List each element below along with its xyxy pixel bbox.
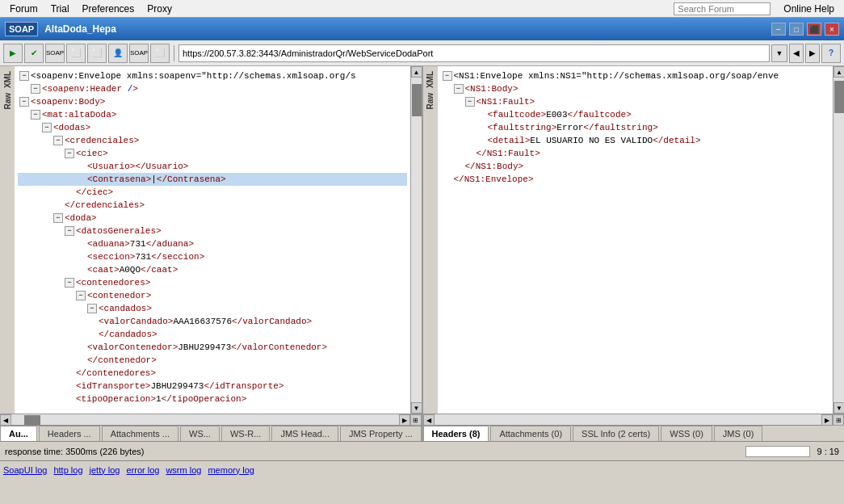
xml-toggle[interactable]: − — [53, 136, 63, 145]
right-tab-headers8[interactable]: Headers (8) — [423, 426, 489, 441]
left-tab-jmshead[interactable]: JMS Head... — [271, 426, 338, 441]
close-button[interactable]: × — [825, 23, 839, 36]
log-tab-memorylog[interactable]: memory log — [208, 465, 254, 475]
left-tab-au[interactable]: Au... — [0, 426, 37, 441]
xml-toggle[interactable]: − — [19, 71, 29, 81]
xml-toggle[interactable]: − — [31, 110, 40, 120]
restore-button[interactable]: □ — [789, 23, 804, 36]
menu-forum[interactable]: Forum — [3, 2, 44, 16]
left-tab-ws[interactable]: WS... — [180, 426, 220, 441]
search-input[interactable] — [674, 2, 771, 15]
menu-preferences[interactable]: Preferences — [76, 2, 141, 16]
xml-content-text: <valorContenedor>JBHU299473</valorConten… — [87, 342, 327, 352]
left-side-labels: XML Raw — [0, 66, 15, 414]
log-tab-errorlog[interactable]: error log — [126, 465, 159, 475]
xml-toggle[interactable]: − — [443, 71, 452, 81]
xml-toggle[interactable]: − — [65, 149, 74, 158]
xml-toggle[interactable]: − — [19, 97, 29, 107]
toolbar-btn-8[interactable]: ⬜ — [150, 44, 170, 63]
toolbar-btn-7[interactable]: SOAP — [129, 44, 149, 63]
right-tab-wss0[interactable]: WSS (0) — [661, 426, 712, 441]
left-xml-content[interactable]: −<soapenv:Envelope xmlns:soapenv="http:/… — [15, 66, 410, 414]
xml-content-text: </ciec> — [76, 187, 113, 197]
right-tab-sslinfo2certs[interactable]: SSL Info (2 certs) — [573, 426, 659, 441]
menu-proxy[interactable]: Proxy — [141, 2, 178, 16]
right-scroll-up[interactable]: ▲ — [834, 66, 844, 78]
soap-button[interactable]: SOAP — [45, 44, 65, 63]
xml-line: −<candados> — [18, 302, 407, 315]
right-vscrollbar[interactable]: ▲ ▼ — [833, 66, 844, 414]
left-tab-wsr[interactable]: WS-R... — [221, 426, 271, 441]
run-button[interactable]: ▶ — [3, 44, 23, 63]
xml-line: −<doda> — [18, 212, 407, 225]
log-tab-soapuilog[interactable]: SoapUI log — [3, 465, 47, 475]
xml-line: </contenedor> — [18, 354, 407, 367]
right-scroll-thumb[interactable] — [834, 81, 844, 113]
left-raw-label[interactable]: Raw — [2, 91, 14, 111]
minimize-button[interactable]: − — [771, 23, 786, 36]
xml-content-text: <candados> — [99, 304, 152, 313]
xml-line: </ciec> — [18, 186, 407, 199]
log-tab-wsrmlog[interactable]: wsrm log — [166, 465, 201, 475]
xml-content-text: <dodas> — [53, 123, 90, 132]
left-vscrollbar[interactable]: ▲ ▼ — [410, 66, 422, 414]
log-tab-jettylog[interactable]: jetty log — [90, 465, 120, 475]
right-xml-content[interactable]: −<NS1:Envelope xmlns:NS1="http://schemas… — [438, 66, 834, 414]
xml-toggle[interactable]: − — [87, 304, 97, 313]
xml-toggle[interactable]: − — [53, 213, 63, 223]
url-dropdown-button[interactable]: ▼ — [771, 44, 787, 62]
right-hscroll-track[interactable] — [435, 414, 822, 425]
xml-line: −<dodas> — [18, 121, 407, 134]
left-scroll-thumb[interactable] — [412, 84, 422, 116]
back-button[interactable]: ◀ — [789, 44, 804, 63]
forward-button[interactable]: ▶ — [805, 44, 820, 63]
xml-line: −<soapenv:Header /> — [18, 82, 407, 95]
online-help-link[interactable]: Online Help — [777, 2, 841, 16]
right-raw-label[interactable]: Raw — [424, 91, 436, 111]
left-scroll-down[interactable]: ▼ — [411, 402, 422, 414]
main-content: XML Raw −<soapenv:Envelope xmlns:soapenv… — [0, 66, 844, 414]
left-tab-jmsproperty[interactable]: JMS Property ... — [340, 426, 422, 441]
right-scroll-down[interactable]: ▼ — [834, 402, 844, 414]
xml-toggle[interactable]: − — [65, 226, 74, 236]
xml-content-text: </contenedor> — [87, 355, 157, 365]
left-tab-headers[interactable]: Headers ... — [39, 426, 100, 441]
xml-toggle[interactable]: − — [65, 278, 74, 288]
xml-toggle[interactable]: − — [42, 123, 52, 132]
help-button[interactable]: ? — [821, 44, 841, 63]
xml-content-text: </candados> — [99, 330, 157, 339]
xml-line: <faultstring>Error</faultstring> — [441, 121, 830, 134]
xml-line: <detail>EL USUARIO NO ES VALIDO</detail> — [441, 134, 830, 147]
xml-content-text: <contenedor> — [87, 291, 151, 300]
maximize-button[interactable]: ⬛ — [807, 23, 821, 36]
user-button[interactable]: 👤 — [108, 44, 128, 63]
log-tab-httplog[interactable]: http log — [53, 465, 82, 475]
left-hscroll-right[interactable]: ▶ — [399, 414, 410, 426]
right-hscroll-left[interactable]: ◀ — [423, 414, 435, 426]
xml-line: <valorContenedor>JBHU299473</valorConten… — [18, 341, 407, 354]
toolbar-btn-4[interactable]: ⬜ — [66, 44, 86, 63]
left-hscroll-thumb[interactable] — [24, 415, 40, 425]
right-hscroll-right[interactable]: ▶ — [821, 414, 833, 426]
left-scroll-up[interactable]: ▲ — [411, 66, 422, 78]
xml-toggle[interactable]: − — [76, 291, 86, 300]
toolbar-btn-5[interactable]: ⬜ — [87, 44, 107, 63]
left-hscroll-track[interactable] — [11, 414, 399, 425]
xml-toggle[interactable]: − — [465, 97, 475, 107]
right-xml-label[interactable]: XML — [424, 69, 436, 90]
right-tab-attachments0[interactable]: Attachments (0) — [490, 426, 571, 441]
submit-button[interactable]: ✔ — [24, 44, 44, 63]
xml-toggle[interactable]: − — [454, 84, 464, 94]
xml-toggle[interactable]: − — [31, 84, 40, 94]
menu-bar: Forum Trial Preferences Proxy Online Hel… — [0, 0, 844, 18]
url-input[interactable] — [178, 44, 770, 62]
xml-content-text: <idTransporte>JBHU299473</idTransporte> — [76, 381, 283, 391]
left-xml-label[interactable]: XML — [2, 69, 14, 90]
left-hscroll-left[interactable]: ◀ — [0, 414, 11, 426]
menu-trial[interactable]: Trial — [44, 2, 76, 16]
left-tab-attachments[interactable]: Attachments ... — [102, 426, 178, 441]
right-scroll-icon[interactable]: ⊞ — [833, 414, 844, 426]
right-tab-jms0[interactable]: JMS (0) — [714, 426, 763, 441]
xml-content-text: <aduana>731</aduana> — [87, 239, 194, 249]
left-scroll-icon[interactable]: ⊞ — [410, 414, 422, 426]
